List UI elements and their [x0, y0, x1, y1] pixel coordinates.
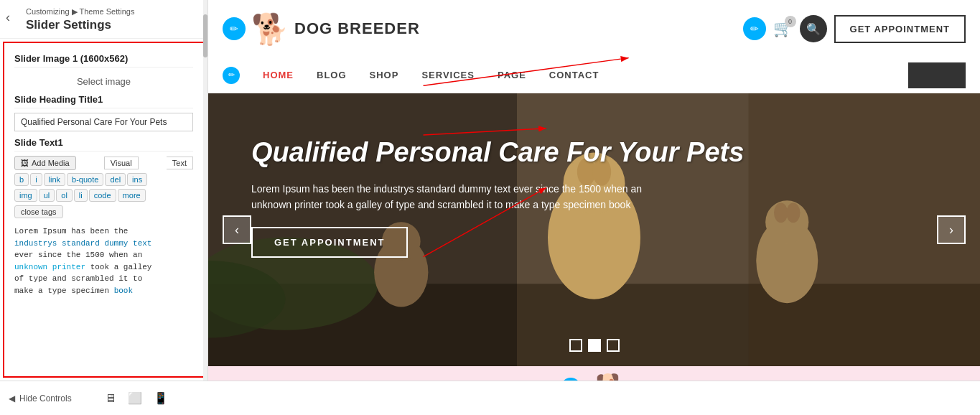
nav-item-services[interactable]: SERVICES	[421, 70, 475, 80]
slider-dots	[569, 339, 620, 352]
slider-prev-arrow[interactable]: ‹	[223, 215, 251, 244]
pink-section-logo-icon: 🐕	[595, 373, 627, 381]
get-appointment-button[interactable]: GET APPOINTMENT	[834, 15, 966, 43]
header-right-edit-pencil[interactable]: ✏	[743, 17, 766, 40]
nav-item-blog[interactable]: BLOG	[317, 70, 347, 80]
site-nav: ✏ HOME BLOG SHOP SERVICES PAGE CONTACT	[208, 57, 980, 93]
ul-button[interactable]: ul	[39, 189, 55, 202]
preview-frame: ✏ 🐕 DOG BREEDER ✏ 🛒 0 🔍 GET APPOINTMENT …	[208, 0, 980, 381]
slider-next-arrow[interactable]: ›	[937, 215, 966, 244]
nav-black-box	[908, 62, 966, 88]
hero-appointment-button[interactable]: GET APPOINTMENT	[251, 227, 408, 258]
heading-section-label: Slide Heading Title1	[14, 94, 193, 108]
panel-title: Slider Settings	[26, 18, 197, 32]
text-tab[interactable]: Text	[167, 157, 193, 169]
add-media-button[interactable]: 🖼 Add Media	[14, 156, 76, 170]
text-editor-content[interactable]: Lorem Ipsum has been the industrys stand…	[14, 223, 193, 299]
nav-item-page[interactable]: PAGE	[498, 70, 526, 80]
tablet-icon[interactable]: ⬜	[128, 391, 142, 405]
panel-content: Slider Image 1 (1600x562) Select image S…	[3, 42, 205, 378]
li-button[interactable]: li	[74, 189, 88, 202]
scroll-thumb[interactable]	[203, 14, 207, 57]
ins-button[interactable]: ins	[127, 173, 147, 186]
site-name: DOG BREEDER	[294, 19, 420, 38]
blockquote-button[interactable]: b-quote	[67, 173, 103, 186]
cart-icon[interactable]: 🛒 0	[773, 19, 793, 38]
desktop-icon[interactable]: 🖥	[105, 392, 116, 405]
heading-input[interactable]	[14, 113, 193, 131]
editor-toolbar: 🖼 Add Media Visual Text	[14, 156, 193, 170]
img-button[interactable]: img	[14, 189, 37, 202]
nav-edit-pencil[interactable]: ✏	[223, 67, 240, 84]
format-buttons-row1: b i link b-quote del ins	[14, 173, 193, 186]
text-line-2: industrys standard dummy text	[14, 238, 193, 250]
add-media-icon: 🖼	[21, 159, 29, 167]
pink-section-edit-pencil[interactable]: ✏	[561, 378, 581, 381]
text-line-5: of type and scrambled it to	[14, 273, 193, 285]
bottom-toolbar: ◀ Hide Controls 🖥 ⬜ 📱	[0, 381, 980, 415]
back-button[interactable]: ‹	[6, 10, 10, 25]
nav-item-shop[interactable]: SHOP	[370, 70, 399, 80]
slider-dot-1[interactable]	[569, 339, 582, 352]
visual-tab[interactable]: Visual	[104, 157, 139, 169]
del-button[interactable]: del	[105, 173, 126, 186]
pink-section: ✏ 🐕	[208, 366, 980, 381]
slider-dot-2[interactable]	[588, 339, 601, 352]
text-line-6: make a type specimen book	[14, 285, 193, 297]
add-media-label: Add Media	[32, 159, 70, 167]
close-tags-button[interactable]: close tags	[14, 205, 63, 218]
nav-item-contact[interactable]: CONTACT	[549, 70, 599, 80]
bold-button[interactable]: b	[14, 173, 29, 186]
text-line-1: Lorem Ipsum has been the	[14, 225, 193, 238]
link-button[interactable]: link	[44, 173, 66, 186]
hero-content: Qualified Personal Care For Your Pets Lo…	[251, 136, 937, 258]
hide-controls-button[interactable]: ◀ Hide Controls	[9, 393, 72, 404]
header-edit-pencil[interactable]: ✏	[223, 17, 246, 40]
italic-button[interactable]: i	[30, 173, 42, 186]
nav-item-home[interactable]: HOME	[263, 70, 294, 80]
hero-text: Lorem Ipsum has been the industrys stand…	[251, 181, 682, 213]
ol-button[interactable]: ol	[56, 189, 73, 202]
mobile-icon[interactable]: 📱	[154, 391, 168, 405]
customizer-panel: ‹ Customizing ▶ Theme Settings Slider Se…	[0, 0, 208, 381]
select-image-button[interactable]: Select image	[14, 72, 193, 91]
slider-dot-3[interactable]	[607, 339, 620, 352]
hide-controls-label: Hide Controls	[19, 393, 72, 404]
panel-scrollbar[interactable]	[203, 0, 207, 381]
site-logo: 🐕 DOG BREEDER	[251, 11, 420, 47]
hero-slider: Qualified Personal Care For Your Pets Lo…	[208, 93, 980, 366]
text-line-3: ever since the 1500 when an	[14, 249, 193, 261]
header-right: ✏ 🛒 0 🔍 GET APPOINTMENT	[743, 15, 966, 43]
more-button[interactable]: more	[118, 189, 146, 202]
panel-header: ‹ Customizing ▶ Theme Settings Slider Se…	[0, 0, 207, 39]
search-icon-circle[interactable]: 🔍	[800, 15, 827, 42]
code-button[interactable]: code	[89, 189, 116, 202]
text-line-4: unknown printer took a galley	[14, 261, 193, 274]
slider-image-section-label: Slider Image 1 (1600x562)	[14, 53, 193, 67]
logo-icon: 🐕	[251, 11, 289, 47]
slide-text-section-label: Slide Text1	[14, 137, 193, 151]
format-buttons-row2: img ul ol li code more	[14, 189, 193, 202]
hide-controls-icon: ◀	[9, 393, 15, 404]
breadcrumb: Customizing ▶ Theme Settings	[26, 7, 197, 17]
site-header: ✏ 🐕 DOG BREEDER ✏ 🛒 0 🔍 GET APPOINTMENT	[208, 0, 980, 57]
cart-badge: 0	[785, 16, 796, 27]
hero-title: Qualified Personal Care For Your Pets	[251, 136, 937, 169]
